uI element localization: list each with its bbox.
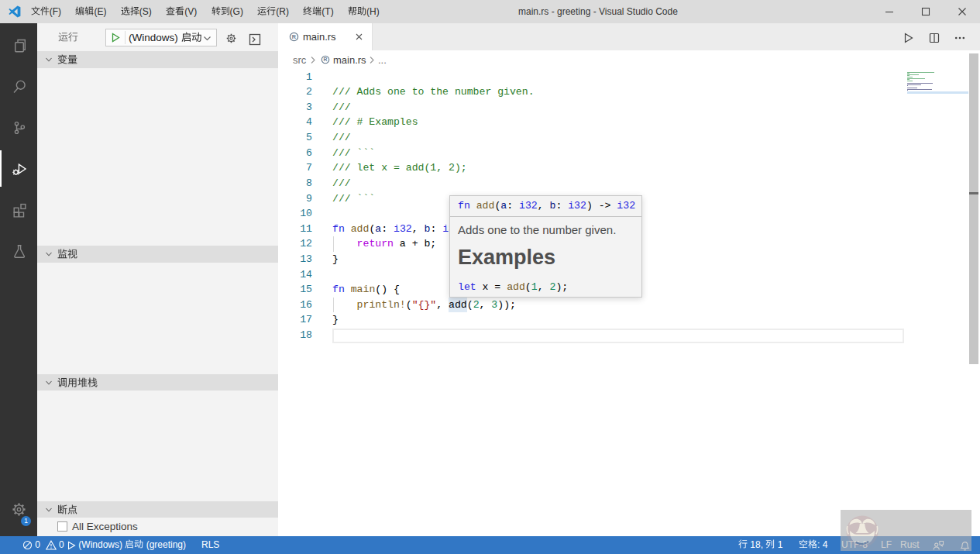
svg-text:R: R [292, 33, 297, 40]
svg-text:R: R [324, 57, 328, 62]
